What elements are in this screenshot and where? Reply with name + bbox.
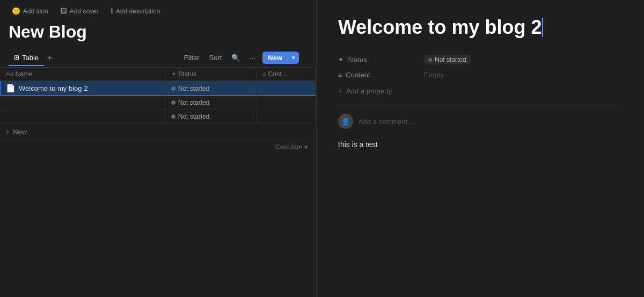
status-col-prefix: ✦	[171, 70, 178, 78]
right-panel: Welcome to my blog 2 ✦ Status Not starte…	[317, 0, 644, 297]
new-button[interactable]: New	[262, 52, 288, 64]
cell-name[interactable]	[1, 110, 166, 124]
cell-status[interactable]: Not started	[165, 81, 257, 96]
name-col-prefix: Aa	[6, 70, 16, 78]
add-cover-label: Add cover	[70, 8, 99, 15]
table-icon: ⊞	[14, 54, 19, 61]
document-icon: 📄	[6, 84, 15, 92]
database-table: Aa Name ✦ Status ≡ Cont…	[0, 68, 316, 297]
content-property-value[interactable]: Empty	[424, 71, 444, 79]
table-controls: Filter Sort 🔍 ··· New ▾	[173, 48, 308, 67]
sort-button[interactable]: Sort	[207, 52, 225, 63]
search-button[interactable]: 🔍	[229, 52, 243, 63]
add-new-row-button[interactable]: + New	[0, 124, 316, 140]
table-row[interactable]: Not started	[1, 110, 316, 124]
tabs-row: ⊞ Table + Filter Sort 🔍 ··· New ▾	[0, 48, 316, 68]
content-col-prefix: ≡	[262, 70, 268, 78]
filter-button[interactable]: Filter	[181, 52, 202, 63]
tab-table-label: Table	[22, 54, 39, 62]
new-button-group: New ▾	[262, 52, 299, 64]
status-pill-dot	[428, 58, 432, 62]
cell-content[interactable]	[257, 81, 316, 96]
add-icon-button[interactable]: 🙂 Add icon	[9, 5, 52, 17]
plus-icon: +	[338, 86, 342, 95]
add-cover-button[interactable]: 🖼 Add cover	[57, 5, 102, 17]
calculate-row[interactable]: Calculate ▾	[0, 140, 316, 154]
status-prop-icon: ✦	[338, 56, 343, 63]
status-dot	[171, 86, 175, 91]
tab-table[interactable]: ⊞ Table	[9, 50, 44, 66]
avatar: 👤	[338, 114, 353, 129]
property-row-content: ≡ Content Empty	[338, 68, 623, 82]
left-panel: 🙂 Add icon 🖼 Add cover ℹ Add description…	[0, 0, 317, 297]
cell-content[interactable]	[257, 96, 316, 110]
chevron-down-icon: ▾	[304, 143, 308, 151]
column-header-status: ✦ Status	[165, 68, 257, 81]
new-button-caret[interactable]: ▾	[288, 52, 299, 63]
status-property-value[interactable]: Not started	[424, 55, 471, 64]
toolbar-row: 🙂 Add icon 🖼 Add cover ℹ Add description	[0, 0, 316, 20]
image-icon: 🖼	[60, 7, 67, 15]
cell-name[interactable]: 📄 Welcome to my blog 2	[1, 81, 166, 96]
avatar-icon: 👤	[341, 118, 350, 126]
text-cursor	[542, 18, 543, 37]
info-icon: ℹ	[111, 7, 113, 15]
comment-input[interactable]: Add a comment…	[358, 118, 414, 126]
column-header-content: ≡ Cont…	[257, 68, 316, 81]
cell-content[interactable]	[257, 110, 316, 124]
chevron-down-icon: ▾	[292, 54, 295, 61]
column-header-name: Aa Name	[1, 68, 166, 81]
add-icon-label: Add icon	[23, 8, 48, 15]
status-property-label: ✦ Status	[338, 56, 424, 64]
divider	[338, 104, 623, 104]
plus-icon: +	[5, 127, 10, 136]
property-row-status: ✦ Status Not started	[338, 52, 623, 68]
content-body: this is a test	[338, 132, 623, 150]
add-description-label: Add description	[116, 8, 160, 15]
table-row[interactable]: Not started	[1, 96, 316, 110]
table-row[interactable]: 📄 Welcome to my blog 2 Not started	[1, 81, 316, 96]
cell-name[interactable]	[1, 96, 166, 110]
status-dot	[171, 100, 175, 105]
status-dot	[171, 114, 175, 119]
add-description-button[interactable]: ℹ Add description	[107, 5, 164, 17]
more-icon: ···	[250, 54, 255, 62]
emoji-icon: 🙂	[12, 7, 20, 15]
search-icon: 🔍	[231, 54, 240, 62]
add-property-button[interactable]: + Add a property	[338, 82, 623, 97]
content-property-label: ≡ Content	[338, 71, 424, 79]
content-prop-icon: ≡	[338, 71, 342, 79]
comment-row: 👤 Add a comment…	[338, 111, 623, 132]
more-options-button[interactable]: ···	[247, 52, 258, 63]
cell-status[interactable]: Not started	[165, 96, 257, 110]
page-title: New Blog	[0, 20, 316, 48]
add-tab-button[interactable]: +	[44, 51, 55, 65]
cell-status[interactable]: Not started	[165, 110, 257, 124]
detail-title: Welcome to my blog 2	[338, 16, 623, 39]
